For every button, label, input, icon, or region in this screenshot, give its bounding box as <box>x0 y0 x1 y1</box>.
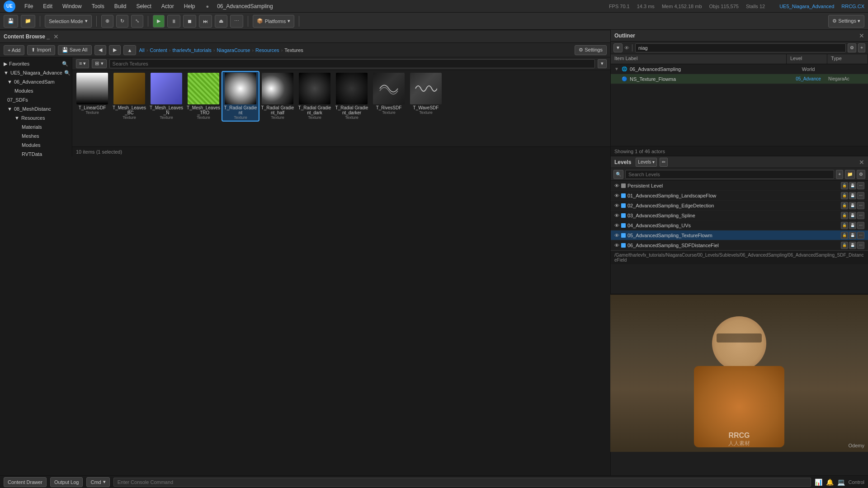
level-06-eye[interactable]: 👁 <box>614 243 619 248</box>
content-drawer-button[interactable]: 📁 <box>21 15 35 28</box>
asset-t-mesh-leaves-bc[interactable]: T_Mesh_Leaves_BC Texture <box>111 72 147 121</box>
levels-settings-button[interactable]: ⚙ <box>857 170 865 179</box>
filter-dropdown-button[interactable]: ▾ <box>598 59 607 68</box>
eject-button[interactable]: ⏏ <box>215 15 227 28</box>
content-browser-close[interactable]: ✕ <box>53 33 59 40</box>
level-03-eye[interactable]: 👁 <box>614 213 619 218</box>
selection-mode-button[interactable]: Selection Mode ▾ <box>45 15 92 28</box>
skip-button[interactable]: ⏭ <box>199 15 212 28</box>
level-04-lock[interactable]: 🔒 <box>841 222 848 229</box>
menu-item-tools[interactable]: Tools <box>87 2 109 11</box>
level-05[interactable]: 👁 05_AdvancedSampling_TextureFlowm 🔒 💾 ⋯ <box>611 230 868 240</box>
advanced-sampling-item[interactable]: ▼ 06_AdvancedSam <box>0 77 72 86</box>
level-05-eye[interactable]: 👁 <box>614 233 619 238</box>
levels-dropdown-button[interactable]: Levels ▾ <box>636 158 657 167</box>
save-button[interactable]: 💾 <box>4 15 18 28</box>
import-button[interactable]: ⬆ Import <box>27 45 55 55</box>
menu-icon[interactable]: ⋯ <box>857 182 864 189</box>
col-item-label[interactable]: Item Label <box>611 54 787 64</box>
level-02-save[interactable]: 💾 <box>849 202 856 209</box>
level-01-lock[interactable]: 🔒 <box>841 192 848 199</box>
levels-add-button[interactable]: + <box>836 170 843 179</box>
level-01-eye[interactable]: 👁 <box>614 193 619 198</box>
level-06[interactable]: 👁 06_AdvancedSampling_SDFDistanceFiel 🔒 … <box>611 240 868 250</box>
level-02[interactable]: 👁 02_AdvancedSampling_EdgeDetection 🔒 💾 … <box>611 201 868 211</box>
add-button[interactable]: + Add <box>4 45 24 55</box>
menu-item-actor[interactable]: Actor <box>157 2 179 11</box>
asset-t-linear-gdf[interactable]: T_LinearGDF Texture <box>74 72 110 121</box>
menu-item-build[interactable]: Build <box>110 2 131 11</box>
meshes-item[interactable]: Meshes <box>0 131 72 141</box>
platforms-button[interactable]: 📦 Platforms ▾ <box>253 15 294 28</box>
outliner-close[interactable]: ✕ <box>859 32 864 39</box>
output-log-button[interactable]: Output Log <box>50 477 83 487</box>
levels-search-button[interactable]: 🔍 <box>613 170 623 179</box>
outliner-add-button[interactable]: + <box>858 43 865 52</box>
asset-t-mesh-leaves-tro[interactable]: T_Mesh_Leaves_TRO Texture <box>185 72 222 121</box>
filter-toggle-button[interactable]: ≡ ▾ <box>76 59 89 68</box>
level-06-menu[interactable]: ⋯ <box>857 242 864 249</box>
cb-settings-button[interactable]: ⚙ Settings <box>575 45 607 55</box>
levels-edit-button[interactable]: ✏ <box>660 158 668 167</box>
levels-search-input[interactable] <box>625 170 834 179</box>
bc-niagara[interactable]: NiagaraCourse <box>217 47 250 53</box>
favorites-search-icon[interactable]: 🔍 <box>62 61 68 67</box>
menu-item-help[interactable]: Help <box>179 2 200 11</box>
save-all-button[interactable]: 💾 Save All <box>58 45 92 55</box>
bc-content[interactable]: Content <box>150 47 167 53</box>
level-04-save[interactable]: 💾 <box>849 222 856 229</box>
content-drawer-status-button[interactable]: Content Drawer <box>4 477 47 487</box>
play-button[interactable]: ▶ <box>153 15 165 28</box>
level-03[interactable]: 👁 03_AdvancedSampling_Spline 🔒 💾 ⋯ <box>611 211 868 221</box>
level-06-save[interactable]: 💾 <box>849 242 856 249</box>
back-button[interactable]: ◀ <box>94 45 106 55</box>
level-06-lock[interactable]: 🔒 <box>841 242 848 249</box>
level-04-menu[interactable]: ⋯ <box>857 222 864 229</box>
asset-t-radial-dark[interactable]: T_Radial Gradient_dark Texture <box>297 72 333 121</box>
asset-t-mesh-leaves-n[interactable]: T_Mesh_Leaves_N Texture <box>148 72 184 121</box>
level-02-lock[interactable]: 🔒 <box>841 202 848 209</box>
outliner-filter-button[interactable]: ▼ <box>613 43 623 52</box>
level-02-eye[interactable]: 👁 <box>614 203 619 208</box>
level-05-lock[interactable]: 🔒 <box>841 232 848 239</box>
outliner-row-advanced-sampling[interactable]: ▼ 🌐 06_AdvancedSampling World <box>611 64 868 74</box>
stop-button[interactable]: ⏹ <box>183 15 196 28</box>
level-04[interactable]: 👁 04_AdvancedSampling_UVs 🔒 💾 ⋯ <box>611 221 868 230</box>
levels-close[interactable]: ✕ <box>859 159 864 166</box>
menu-item-select[interactable]: Select <box>132 2 156 11</box>
levels-folder-button[interactable]: 📁 <box>845 170 855 179</box>
settings-button[interactable]: ⚙ Settings ▾ <box>828 15 864 28</box>
bc-tharlevfx[interactable]: tharlevfx_tutorials <box>173 47 212 53</box>
modules-item[interactable]: Modules <box>0 86 72 95</box>
materials-item[interactable]: Materials <box>0 122 72 131</box>
scale-button[interactable]: ⤡ <box>131 15 143 28</box>
ue5-search-icon[interactable]: 🔍 <box>64 70 71 76</box>
filter-view-button[interactable]: ⊞ ▾ <box>92 59 106 68</box>
level-05-save[interactable]: 💾 <box>849 232 856 239</box>
level-persistent[interactable]: 👁 Persistent Level 🔒 💾 ⋯ <box>611 181 868 191</box>
menu-item-file[interactable]: File <box>20 2 38 11</box>
meshdist-item[interactable]: ▼ 08_MeshDistanc <box>0 104 72 113</box>
asset-t-radial-gradient[interactable]: T_Radial Gradient Texture <box>222 72 259 121</box>
favorites-item[interactable]: ▶ Favorites 🔍 <box>0 59 72 68</box>
level-eye-icon[interactable]: 👁 <box>614 183 619 188</box>
ue5-niagara-item[interactable]: ▼ UE5_Niagara_Advance 🔍 <box>0 68 72 77</box>
level-01-save[interactable]: 💾 <box>849 192 856 199</box>
asset-t-wave-sdf[interactable]: T_WaveSDF Texture <box>408 72 444 121</box>
level-04-eye[interactable]: 👁 <box>614 223 619 228</box>
outliner-settings-button[interactable]: ⚙ <box>848 43 856 52</box>
rvtdata-item[interactable]: RVTData <box>0 150 72 156</box>
level-05-menu[interactable]: ⋯ <box>857 232 864 239</box>
pause-button[interactable]: ⏸ <box>167 15 180 28</box>
more-button[interactable]: ⋯ <box>230 15 243 28</box>
asset-t-radial-darker[interactable]: T_Radial Gradient_darker Texture <box>334 72 370 121</box>
level-03-save[interactable]: 💾 <box>849 212 856 219</box>
level-02-menu[interactable]: ⋯ <box>857 202 864 209</box>
bc-resources[interactable]: Resources <box>255 47 279 53</box>
col-type[interactable]: Type <box>827 54 868 64</box>
cmd-button[interactable]: Cmd ▾ <box>86 477 109 487</box>
level-03-menu[interactable]: ⋯ <box>857 212 864 219</box>
console-command-input[interactable] <box>113 478 811 487</box>
col-level[interactable]: Level <box>787 54 827 64</box>
transform-button[interactable]: ⊕ <box>101 15 113 28</box>
